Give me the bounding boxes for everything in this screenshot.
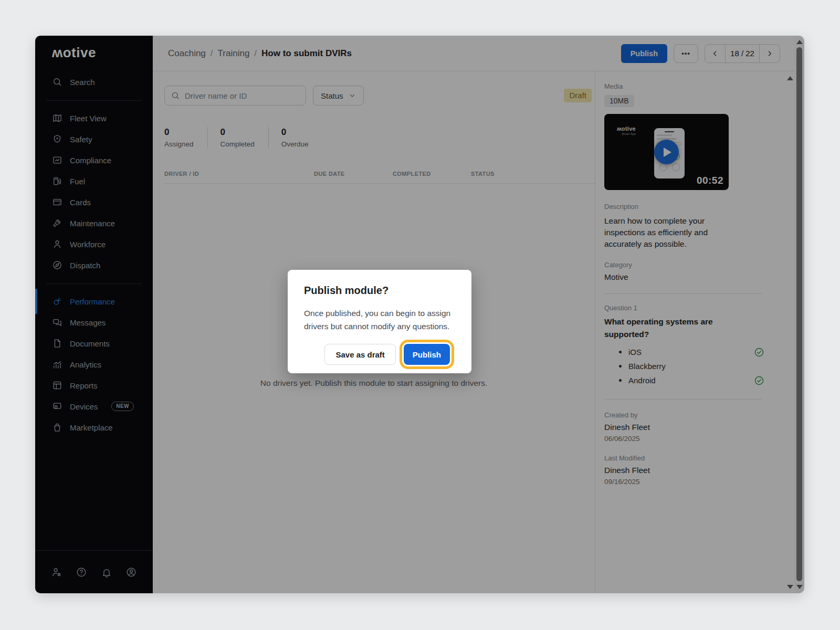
dialog-actions: Save as draft Publish: [304, 344, 457, 365]
app-window: ʍotive Search Fleet View Safety Complian…: [35, 36, 804, 593]
publish-module-dialog: Publish module? Once published, you can …: [288, 270, 471, 373]
publish-confirm-button[interactable]: Publish: [404, 344, 450, 365]
dialog-body-text: Once published, you can begin to assign …: [304, 307, 457, 333]
save-as-draft-button[interactable]: Save as draft: [324, 344, 395, 365]
dialog-title: Publish module?: [304, 285, 457, 297]
screenshot-stage: ʍotive Search Fleet View Safety Complian…: [0, 0, 840, 630]
